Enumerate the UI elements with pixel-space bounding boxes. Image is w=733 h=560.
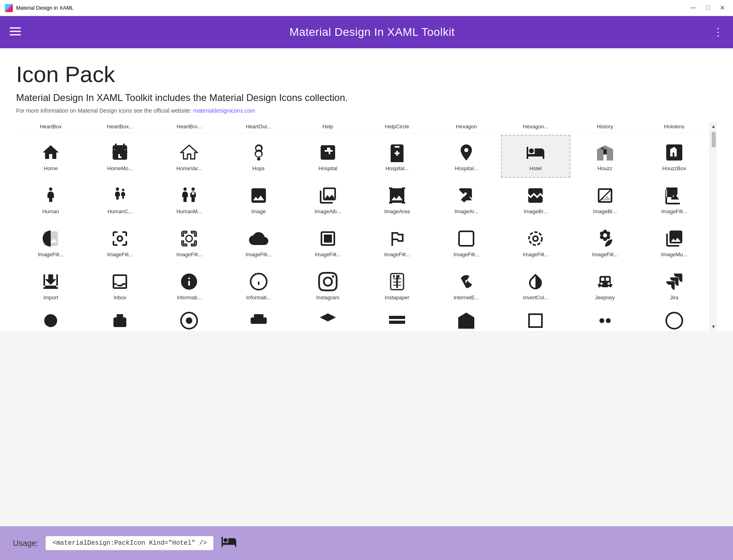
col-header-7: Hexagon...: [501, 122, 570, 131]
icon-jira[interactable]: Jira: [640, 264, 709, 307]
minimize-button[interactable]: —: [687, 4, 700, 12]
icon-image-area-close[interactable]: ImageAr...: [432, 178, 501, 221]
icon-partial-8[interactable]: [501, 307, 570, 331]
title-bar-controls[interactable]: — □ ✕: [687, 4, 728, 12]
icon-image-multiple[interactable]: ImageMu...: [640, 221, 709, 264]
menu-button[interactable]: [10, 26, 21, 39]
icon-imagefilt-tiltshift[interactable]: ImageFilt...: [501, 221, 570, 264]
icon-internet-explorer[interactable]: InternetE...: [432, 264, 501, 307]
icon-hospital[interactable]: Hospital: [293, 135, 362, 178]
scroll-thumb[interactable]: [712, 132, 716, 148]
icon-image-filter[interactable]: ImageFilt...: [640, 178, 709, 221]
icon-homevar[interactable]: HomeVar...: [154, 135, 224, 178]
icon-hospital-marker[interactable]: Hospital...: [432, 135, 501, 178]
icon-imagefilt-drama[interactable]: ImageFilt...: [224, 221, 293, 264]
icon-hospital-building[interactable]: Hospital...: [362, 135, 432, 178]
col-header-9: Hololens: [640, 122, 709, 131]
icon-inbox[interactable]: Inbox: [85, 264, 154, 307]
svg-rect-33: [251, 317, 267, 324]
icon-image-broken[interactable]: ImageBr...: [501, 178, 570, 221]
title-bar-title: Material Design in XAML: [16, 5, 687, 11]
icon-instapaper[interactable]: I Instapaper: [362, 264, 432, 307]
svg-rect-2: [10, 34, 21, 35]
icon-partial-4[interactable]: [224, 307, 293, 331]
app-bar: Material Design In XAML Toolkit ⋮: [0, 16, 733, 48]
icon-houzz-box[interactable]: HouzzBox: [640, 135, 709, 178]
page-title: Icon Pack: [16, 61, 717, 87]
column-headers: HeartBox HeartBox... HeartBro... HeartOu…: [16, 122, 709, 133]
icon-instagram[interactable]: Instagram: [293, 264, 362, 307]
svg-point-32: [186, 317, 192, 324]
icon-imagefilt-vintage[interactable]: ImageFilt...: [570, 221, 640, 264]
icon-partial-7[interactable]: [432, 307, 501, 331]
icon-human-child[interactable]: HumanC...: [85, 178, 154, 221]
close-button[interactable]: ✕: [717, 4, 728, 12]
svg-point-6: [116, 187, 119, 191]
icon-jeepney[interactable]: Jeepney: [570, 264, 640, 307]
icon-imagefilt-centerfocus-weak[interactable]: ImageFilt...: [154, 221, 224, 264]
scroll-up-arrow[interactable]: ▲: [710, 123, 717, 130]
title-bar: Material Design in XAML — □ ✕: [0, 0, 733, 16]
icon-partial-2[interactable]: [85, 307, 154, 331]
svg-rect-34: [254, 314, 264, 317]
icon-partial-10[interactable]: [640, 307, 709, 331]
icon-imagefilt-hdr[interactable]: ImageFilt...: [362, 221, 432, 264]
icon-human-male-female[interactable]: HumanM...: [154, 178, 224, 221]
maximize-button[interactable]: □: [703, 4, 713, 12]
svg-rect-13: [402, 202, 405, 204]
svg-rect-12: [389, 202, 392, 204]
icon-image-broken-variant[interactable]: ImageBr...: [570, 178, 640, 221]
col-header-4: Help: [293, 122, 362, 131]
icon-image[interactable]: Image: [224, 178, 293, 221]
icon-information[interactable]: Informati...: [154, 264, 224, 307]
icon-partial-5[interactable]: [293, 307, 362, 331]
scroll-bar[interactable]: ▲ ▼: [710, 122, 717, 331]
svg-point-38: [606, 318, 611, 323]
col-header-6: Hexagon: [432, 122, 501, 131]
icon-imagefilt-frames[interactable]: ImageFilt...: [293, 221, 362, 264]
more-options-button[interactable]: ⋮: [713, 26, 723, 39]
icon-imagefilt-none[interactable]: ImageFilt...: [432, 221, 501, 264]
app-icon: [5, 4, 13, 12]
icon-row-2: Human HumanC... HumanM... Image ImageAlb…: [16, 178, 709, 221]
icon-imagefilt-centerfocus[interactable]: ImageFilt...: [85, 221, 154, 264]
icon-imagefilt-bw[interactable]: ImageFilt...: [16, 221, 85, 264]
app-bar-title: Material Design In XAML Toolkit: [21, 26, 723, 39]
usage-code[interactable]: <materialDesign:PackIcon Kind="Hotel" />: [45, 536, 214, 550]
icon-information-outline[interactable]: Informati...: [224, 264, 293, 307]
page-subtitle: Material Design In XAML Toolkit includes…: [16, 92, 717, 103]
icon-image-area[interactable]: ImageArea: [362, 178, 432, 221]
col-header-3: HeartOut...: [224, 122, 293, 131]
svg-rect-11: [402, 187, 405, 189]
svg-point-37: [599, 318, 604, 323]
icon-home[interactable]: Home: [16, 135, 85, 178]
icon-row-4: Import Inbox Informati... Informati... I…: [16, 264, 709, 307]
icon-hotel[interactable]: Hotel: [501, 135, 570, 178]
svg-rect-21: [43, 274, 45, 286]
icon-homemo[interactable]: HomeMo...: [85, 135, 154, 178]
svg-point-28: [44, 314, 57, 327]
svg-point-7: [122, 189, 124, 191]
svg-point-18: [533, 236, 538, 241]
icon-houzz[interactable]: Houzz: [570, 135, 640, 178]
icon-partial-6[interactable]: [362, 307, 432, 331]
scroll-down-arrow[interactable]: ▼: [710, 323, 717, 330]
icon-partial-1[interactable]: [16, 307, 85, 331]
svg-point-8: [183, 187, 187, 191]
col-header-0: HeartBox: [16, 122, 85, 131]
svg-point-9: [191, 187, 195, 191]
svg-rect-1: [10, 31, 21, 32]
icon-import[interactable]: Import: [16, 264, 85, 307]
icon-partial-9[interactable]: [570, 307, 640, 331]
page-link-line: For more information on Material Design …: [16, 107, 717, 114]
svg-point-5: [49, 187, 52, 191]
icon-invert-colors[interactable]: InvertCol...: [501, 264, 570, 307]
usage-label: Usage:: [13, 539, 38, 548]
col-header-2: HeartBro...: [154, 122, 224, 131]
icon-partial-3[interactable]: [154, 307, 224, 331]
icon-image-album[interactable]: ImageAlb...: [293, 178, 362, 221]
svg-rect-16: [459, 231, 474, 246]
icon-human[interactable]: Human: [16, 178, 85, 221]
material-design-icons-link[interactable]: materialdesignicons.com: [193, 107, 255, 114]
icon-hops[interactable]: Hops: [224, 135, 293, 178]
